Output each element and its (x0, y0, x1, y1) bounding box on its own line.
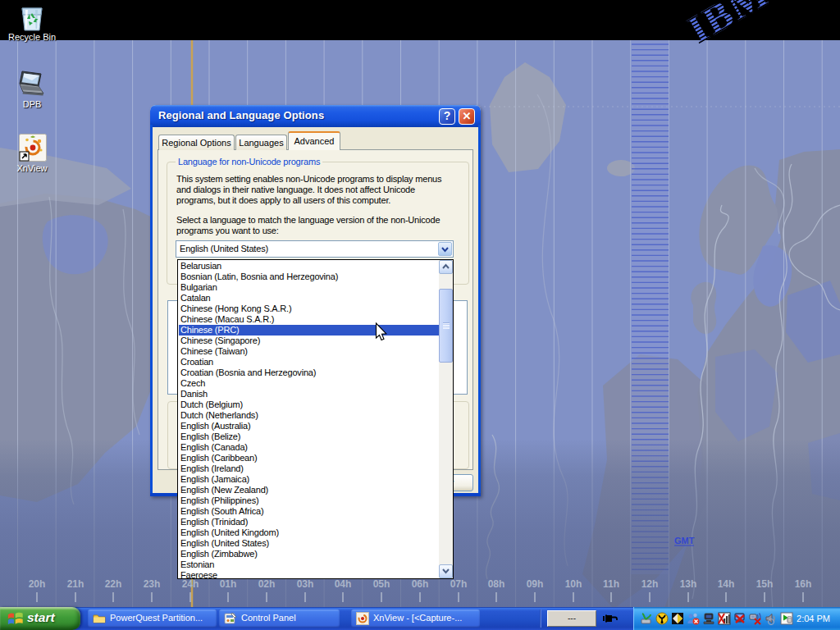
svg-text:14h: 14h (718, 578, 735, 590)
svg-text:GMT: GMT (674, 536, 695, 546)
svg-text:08h: 08h (488, 578, 505, 590)
svg-text:10h: 10h (565, 578, 582, 590)
svg-text:15h: 15h (756, 578, 774, 590)
svg-text:22h: 22h (105, 578, 122, 590)
svg-text:20h: 20h (29, 578, 46, 590)
svg-text:07h: 07h (450, 578, 468, 590)
svg-text:13h: 13h (680, 578, 697, 590)
svg-text:09h: 09h (527, 578, 544, 590)
svg-text:12h: 12h (641, 578, 659, 590)
svg-text:23h: 23h (144, 578, 161, 590)
svg-text:11h: 11h (603, 578, 619, 590)
svg-text:21h: 21h (67, 578, 84, 590)
svg-text:16h: 16h (795, 578, 812, 590)
